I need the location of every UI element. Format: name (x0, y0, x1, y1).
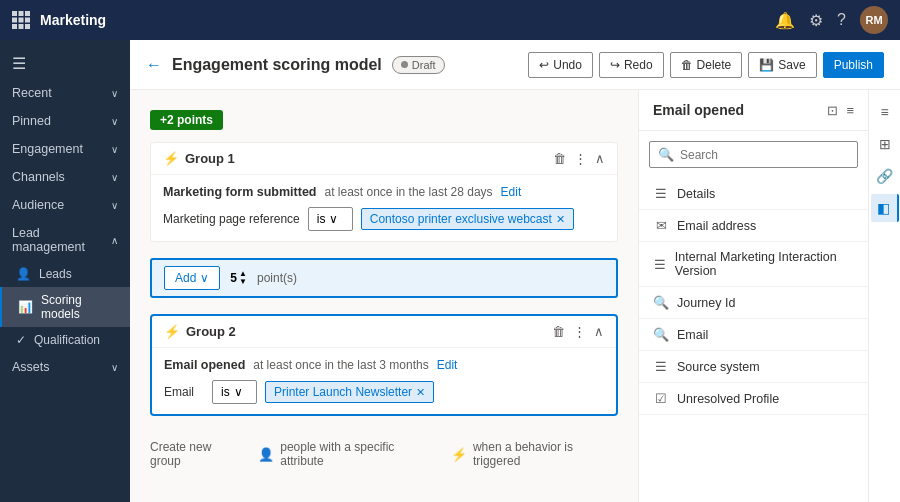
panel-expand-icon[interactable]: ⊡ (827, 103, 838, 118)
add-button[interactable]: Add ∨ (164, 266, 220, 290)
sidebar-item-qualification[interactable]: ✓ Qualification (0, 327, 130, 353)
group-1-filter-tag: Contoso printer exclusive webcast ✕ (361, 208, 574, 230)
group-1-icon: ⚡ (163, 151, 179, 166)
lead-management-chevron: ∧ (111, 235, 118, 246)
search-input[interactable] (680, 148, 849, 162)
sidebar-group-lead-management[interactable]: Lead management ∧ (0, 219, 130, 261)
create-group-behavior[interactable]: ⚡ when a behavior is triggered (451, 440, 618, 468)
group-2-operator-label: is (221, 385, 230, 399)
create-group-attribute[interactable]: 👤 people with a specific attribute (258, 440, 435, 468)
group-1-operator-label: is (317, 212, 326, 226)
side-icons: ≡ ⊞ 🔗 ◧ (868, 90, 900, 502)
group-2-condition-label: Email opened (164, 358, 245, 372)
lead-management-label: Lead management (12, 226, 111, 254)
side-icon-grid[interactable]: ⊞ (871, 130, 899, 158)
sidebar-group-recent[interactable]: Recent ∨ (0, 79, 130, 107)
email-label: Email (677, 328, 708, 342)
sidebar-section: Recent ∨ Pinned ∨ Engagement ∨ Channels … (0, 79, 130, 381)
group-2-title: ⚡ Group 2 (164, 324, 236, 339)
create-group-label: Create new group (150, 440, 242, 468)
sidebar-item-leads[interactable]: 👤 Leads (0, 261, 130, 287)
pinned-label: Pinned (12, 114, 51, 128)
svg-rect-2 (25, 11, 30, 16)
group-2-body: Email opened at least once in the last 3… (152, 348, 616, 414)
stepper-down[interactable]: ▼ (239, 278, 247, 286)
group-1-collapse-icon[interactable]: ∧ (595, 151, 605, 166)
panel-header-icons: ⊡ ≡ (827, 103, 854, 118)
save-button[interactable]: 💾 Save (748, 52, 816, 78)
sidebar: ☰ Recent ∨ Pinned ∨ Engagement ∨ Channel… (0, 40, 130, 502)
help-icon[interactable]: ? (837, 11, 846, 29)
panel-search-box[interactable]: 🔍 (649, 141, 858, 168)
sidebar-group-engagement[interactable]: Engagement ∨ (0, 135, 130, 163)
panel-list-icon[interactable]: ≡ (846, 103, 854, 118)
group-1-edit-link[interactable]: Edit (501, 185, 522, 199)
sidebar-group-pinned[interactable]: Pinned ∨ (0, 107, 130, 135)
audience-chevron: ∨ (111, 200, 118, 211)
group-2-filter-row: Email is ∨ Printer Launch Newsletter ✕ (164, 380, 604, 404)
redo-button[interactable]: ↪ Redo (599, 52, 664, 78)
panel-item-email-address[interactable]: ✉ Email address (639, 210, 868, 242)
canvas: +2 points ⚡ Group 1 🗑 ⋮ ∧ (130, 90, 638, 502)
group-2-filter-tag: Printer Launch Newsletter ✕ (265, 381, 434, 403)
group-1-tag-remove[interactable]: ✕ (556, 213, 565, 226)
publish-label: Publish (834, 58, 873, 72)
group-1-condition-desc: at least once in the last 28 days (325, 185, 493, 199)
group-2-more-icon[interactable]: ⋮ (573, 324, 586, 339)
group-1-filter-label: Marketing page reference (163, 212, 300, 226)
hamburger-icon[interactable]: ☰ (0, 48, 130, 79)
panel-item-unresolved-profile[interactable]: ☑ Unresolved Profile (639, 383, 868, 415)
qualification-label: Qualification (34, 333, 100, 347)
group-1-more-icon[interactable]: ⋮ (574, 151, 587, 166)
group-1-actions: 🗑 ⋮ ∧ (553, 151, 605, 166)
svg-rect-6 (12, 24, 17, 29)
search-icon: 🔍 (658, 147, 674, 162)
panel-item-details[interactable]: ☰ Details (639, 178, 868, 210)
canvas-panel-layout: +2 points ⚡ Group 1 🗑 ⋮ ∧ (130, 90, 900, 502)
panel-item-source-system[interactable]: ☰ Source system (639, 351, 868, 383)
assets-label: Assets (12, 360, 50, 374)
group-1-delete-icon[interactable]: 🗑 (553, 151, 566, 166)
group-1-header: ⚡ Group 1 🗑 ⋮ ∧ (151, 143, 617, 175)
sidebar-group-audience[interactable]: Audience ∨ (0, 191, 130, 219)
side-icon-panel[interactable]: ◧ (871, 194, 899, 222)
group-1-title: ⚡ Group 1 (163, 151, 235, 166)
sidebar-group-assets[interactable]: Assets ∨ (0, 353, 130, 381)
side-icon-link[interactable]: 🔗 (871, 162, 899, 190)
draft-dot (401, 61, 408, 68)
group-1-condition-row: Marketing form submitted at least once i… (163, 185, 605, 199)
points-unit: point(s) (257, 271, 297, 285)
group-1-filter-operator[interactable]: is ∨ (308, 207, 353, 231)
delete-button[interactable]: 🗑 Delete (670, 52, 743, 78)
channels-label: Channels (12, 170, 65, 184)
group-2-tag-remove[interactable]: ✕ (416, 386, 425, 399)
leads-icon: 👤 (16, 267, 31, 281)
panel-header: Email opened ⊡ ≡ (639, 90, 868, 131)
group-1-operator-chevron: ∨ (329, 212, 338, 226)
undo-button[interactable]: ↩ Undo (528, 52, 593, 78)
details-icon: ☰ (653, 186, 669, 201)
points-stepper[interactable]: ▲ ▼ (239, 270, 247, 286)
group-card-2: ⚡ Group 2 🗑 ⋮ ∧ Email opened at least on… (150, 314, 618, 416)
recent-label: Recent (12, 86, 52, 100)
sidebar-item-scoring-models[interactable]: 📊 Scoring models (0, 287, 130, 327)
panel-item-journey-id[interactable]: 🔍 Journey Id (639, 287, 868, 319)
add-label: Add (175, 271, 196, 285)
gear-icon[interactable]: ⚙ (809, 11, 823, 30)
panel-item-interaction-version[interactable]: ☰ Internal Marketing Interaction Version (639, 242, 868, 287)
group-2-edit-link[interactable]: Edit (437, 358, 458, 372)
back-button[interactable]: ← (146, 56, 162, 74)
group-2-delete-icon[interactable]: 🗑 (552, 324, 565, 339)
delete-label: Delete (697, 58, 732, 72)
publish-button[interactable]: Publish (823, 52, 884, 78)
group-2-filter-operator[interactable]: is ∨ (212, 380, 257, 404)
group-2-collapse-icon[interactable]: ∧ (594, 324, 604, 339)
group-1-body: Marketing form submitted at least once i… (151, 175, 617, 241)
add-chevron: ∨ (200, 271, 209, 285)
user-avatar[interactable]: RM (860, 6, 888, 34)
sidebar-group-channels[interactable]: Channels ∨ (0, 163, 130, 191)
bell-icon[interactable]: 🔔 (775, 11, 795, 30)
side-icon-list[interactable]: ≡ (871, 98, 899, 126)
panel-item-email[interactable]: 🔍 Email (639, 319, 868, 351)
add-bar: Add ∨ 5 ▲ ▼ point(s) (150, 258, 618, 298)
